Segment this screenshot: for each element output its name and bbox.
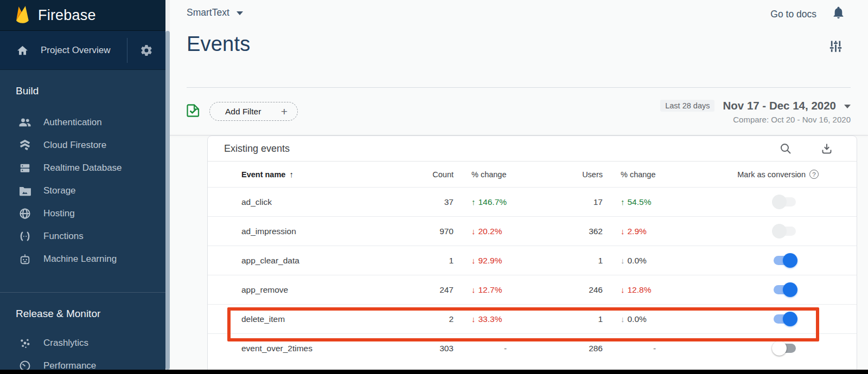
sidebar-item-hosting[interactable]: Hosting	[0, 202, 165, 225]
project-selector-label: SmartText	[187, 7, 229, 18]
arrow-up-icon: ↑	[621, 197, 625, 207]
users-change: ↑54.5%	[603, 188, 698, 216]
sidebar-section-build: Build	[16, 85, 165, 98]
sidebar-scrollbar-thumb[interactable]	[165, 31, 170, 370]
help-icon[interactable]	[809, 170, 819, 179]
download-icon[interactable]	[820, 142, 833, 155]
sidebar-scrollbar-track	[165, 0, 170, 374]
table-row: app_remove 247 ↓12.7% 246 ↓12.8%	[208, 275, 857, 304]
divider	[187, 87, 851, 88]
arrow-down-icon: ↓	[621, 314, 625, 324]
divider	[0, 292, 165, 293]
users-change: ↓2.9%	[603, 217, 698, 246]
plus-icon: +	[281, 106, 288, 117]
existing-events-card: Existing events Event name Count % chang…	[207, 136, 857, 370]
notifications-bell-icon[interactable]	[832, 6, 845, 22]
project-selector[interactable]: SmartText	[187, 7, 243, 18]
people-icon	[18, 118, 32, 127]
add-filter-button[interactable]: Add Filter +	[209, 102, 298, 121]
firestore-icon	[18, 139, 32, 151]
event-name: app_remove	[208, 275, 387, 304]
globe-icon	[18, 208, 32, 220]
users-change: ↓0.0%	[603, 305, 698, 333]
count-change: ↓12.7%	[454, 275, 533, 304]
arrow-down-icon: ↓	[621, 227, 625, 236]
chevron-down-icon	[237, 11, 243, 15]
firebase-flame-icon	[15, 5, 30, 25]
column-header-event-name[interactable]: Event name	[208, 162, 387, 187]
users-change: -	[603, 334, 698, 363]
sidebar: Firebase Project Overview Build Authenti…	[0, 0, 165, 374]
card-title: Existing events	[224, 143, 290, 154]
sidebar-item-machine-learning[interactable]: Machine Learning	[0, 248, 165, 270]
arrow-down-icon: ↓	[471, 285, 476, 294]
conversion-toggle[interactable]	[772, 224, 797, 238]
event-name: delete_item	[208, 305, 387, 333]
event-name: ad_click	[208, 188, 387, 216]
column-header-users-change: % change	[603, 162, 698, 187]
conversion-toggle[interactable]	[772, 312, 797, 326]
column-header-users: Users	[533, 162, 603, 187]
functions-icon	[18, 231, 32, 242]
event-name: event_over_2times	[208, 334, 387, 363]
count-change: ↓92.9%	[454, 246, 533, 275]
sidebar-item-realtime-database[interactable]: Realtime Database	[0, 157, 165, 179]
date-range-value: Nov 17 - Dec 14, 2020	[723, 99, 836, 112]
arrow-down-icon: ↓	[471, 314, 476, 324]
table-row: ad_click 37 ↑146.7% 17 ↑54.5%	[208, 187, 857, 216]
arrow-up-icon: ↑	[471, 197, 476, 207]
count-change: ↑146.7%	[454, 188, 533, 216]
go-to-docs-link[interactable]: Go to docs	[770, 9, 816, 20]
add-filter-label: Add Filter	[225, 107, 261, 117]
date-range-selector[interactable]: Last 28 days Nov 17 - Dec 14, 2020 Compa…	[660, 99, 851, 124]
sidebar-item-cloud-firestore[interactable]: Cloud Firestore	[0, 134, 165, 157]
project-overview-label: Project Overview	[41, 45, 110, 56]
event-count: 303	[387, 334, 454, 363]
conversion-toggle[interactable]	[772, 253, 797, 268]
conversion-toggle[interactable]	[772, 282, 797, 297]
search-icon[interactable]	[779, 142, 792, 155]
database-icon	[18, 162, 32, 174]
count-change: ↓33.3%	[454, 305, 533, 333]
users-change: ↓12.8%	[603, 275, 698, 304]
gear-icon[interactable]	[140, 44, 153, 57]
event-count: 1	[387, 246, 454, 275]
arrow-down-icon: ↓	[621, 285, 625, 294]
sidebar-item-functions[interactable]: Functions	[0, 225, 165, 248]
storage-folder-icon	[18, 186, 32, 196]
event-name: app_clear_data	[208, 246, 387, 275]
conversion-toggle[interactable]	[772, 195, 797, 209]
column-header-count-change: % change	[454, 162, 533, 187]
column-header-count: Count	[387, 162, 454, 187]
divider	[127, 38, 127, 63]
green-filter-check-icon[interactable]	[186, 103, 201, 120]
sidebar-item-crashlytics[interactable]: Crashlytics	[0, 332, 165, 354]
tune-sliders-icon[interactable]	[828, 39, 843, 56]
sidebar-section-release-monitor: Release & Monitor	[16, 308, 165, 321]
event-count: 247	[387, 275, 454, 304]
date-range-preset-badge: Last 28 days	[660, 100, 714, 112]
home-icon	[17, 45, 28, 55]
brand-name: Firebase	[38, 7, 96, 24]
sidebar-item-project-overview[interactable]: Project Overview	[0, 31, 165, 70]
firebase-logo[interactable]: Firebase	[0, 0, 165, 31]
event-users: 17	[533, 188, 603, 216]
event-count: 970	[387, 217, 454, 246]
event-users: 286	[533, 334, 603, 363]
conversion-toggle[interactable]	[772, 341, 797, 356]
robot-icon	[18, 254, 32, 265]
compare-range: Compare: Oct 20 - Nov 16, 2020	[660, 115, 851, 124]
arrow-down-icon: ↓	[471, 227, 476, 236]
sidebar-item-storage[interactable]: Storage	[0, 179, 165, 202]
event-count: 37	[387, 188, 454, 216]
crashlytics-icon	[18, 337, 32, 349]
table-row: event_over_2times 303 - 286 -	[208, 333, 857, 363]
table-row: ad_impression 970 ↓20.2% 362 ↓2.9%	[208, 216, 857, 246]
event-count: 2	[387, 305, 454, 333]
users-change: ↓0.0%	[603, 246, 698, 275]
arrow-down-icon: ↓	[471, 256, 476, 265]
page-title: Events	[187, 33, 250, 56]
event-users: 1	[533, 305, 603, 333]
sidebar-item-authentication[interactable]: Authentication	[0, 111, 165, 134]
arrow-down-icon: ↓	[621, 256, 625, 265]
